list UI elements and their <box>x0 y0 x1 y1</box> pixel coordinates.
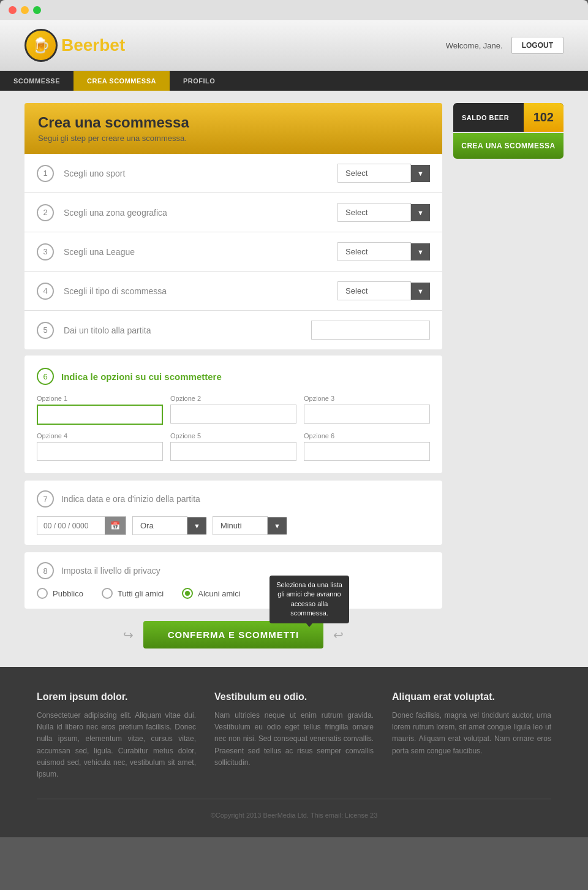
submit-area: ↪ CONFERMA E SCOMMETTI ↩ <box>24 621 442 648</box>
options-grid: Opzione 1 Opzione 2 Opzione 3 Opzione 4 … <box>37 395 430 461</box>
page-title: Crea una scommessa <box>38 114 429 131</box>
step-3-circle: 3 <box>37 243 54 261</box>
step-6-circle: 6 <box>37 368 54 385</box>
logo: 🍺 Beerbet <box>24 29 125 62</box>
footer-col-2-title: Vestibulum eu odio. <box>214 691 374 702</box>
submit-button[interactable]: CONFERMA E SCOMMETTI <box>143 621 323 648</box>
minuti-arrow: ▼ <box>268 517 287 534</box>
datetime-fields: 📅 Ora ▼ Minuti ▼ <box>37 516 430 535</box>
option-5-input[interactable] <box>170 442 296 461</box>
footer-col-3: Aliquam erat voluptat. Donec facilisis, … <box>392 691 551 780</box>
step-7-section: 7 Indica data e ora d'inizio della parti… <box>24 481 442 545</box>
option-1-group: Opzione 1 <box>37 395 163 425</box>
right-panel: SALDO BEER 102 CREA UNA SCOMMESSA <box>453 103 564 648</box>
step-2-select[interactable]: Select <box>337 203 411 222</box>
privacy-pubblico-radio <box>37 588 48 599</box>
chrome-maximize[interactable] <box>33 6 41 14</box>
ora-select[interactable]: Ora <box>132 516 187 535</box>
option-3-group: Opzione 3 <box>304 395 430 425</box>
step-2-circle: 2 <box>37 204 54 221</box>
privacy-alcuni-label: Alcuni amici <box>198 589 240 598</box>
privacy-pubblico[interactable]: Pubblico <box>37 588 83 599</box>
step-2-label: Scegli una zona geografica <box>64 208 328 218</box>
logout-button[interactable]: LOGOUT <box>511 37 564 54</box>
step-1-select-wrapper: Select ▼ <box>337 164 430 183</box>
step-6-section: 6 Indica le opzioni su cui scommettere O… <box>24 356 442 473</box>
chrome-close[interactable] <box>9 6 17 14</box>
footer-col-3-body: Donec facilisis, magna vel tincidunt auc… <box>392 710 551 757</box>
step-5-input[interactable] <box>311 321 430 340</box>
page-subtitle: Segui gli step per creare una scommessa. <box>38 134 429 143</box>
welcome-text: Welcome, Jane. <box>446 41 503 50</box>
privacy-tutti-radio <box>102 588 113 599</box>
main-container: Crea una scommessa Segui gli step per cr… <box>0 91 588 667</box>
date-input[interactable] <box>37 517 105 534</box>
step-1-section: 1 Scegli uno sport Select ▼ <box>24 154 442 193</box>
option-6-label: Opzione 6 <box>304 432 430 439</box>
privacy-alcuni[interactable]: Alcuni amici <box>182 588 240 599</box>
nav-profilo[interactable]: PROFILO <box>170 71 228 91</box>
ora-select-wrapper: Ora ▼ <box>132 516 206 535</box>
privacy-options: Pubblico Tutti gli amici Alcuni amici Se… <box>37 588 430 599</box>
header-right: Welcome, Jane. LOGOUT <box>446 37 564 54</box>
option-4-group: Opzione 4 <box>37 432 163 461</box>
step-1-select[interactable]: Select <box>337 164 411 183</box>
saldo-value: 102 <box>524 103 564 132</box>
footer-copyright: ©Copyright 2013 BeerMedia Ltd. This emai… <box>37 805 551 825</box>
arrow-left-decoration: ↪ <box>123 628 134 642</box>
step-5-section: 5 Dai un titolo alla partita <box>24 311 442 349</box>
step-4-circle: 4 <box>37 283 54 300</box>
step-7-label: Indica data e ora d'inizio della partita <box>61 494 430 504</box>
option-3-input[interactable] <box>304 405 430 424</box>
option-5-group: Opzione 5 <box>170 432 296 461</box>
step-4-arrow: ▼ <box>411 283 430 300</box>
step-2-select-wrapper: Select ▼ <box>337 203 430 222</box>
step-3-select[interactable]: Select <box>337 242 411 261</box>
footer-divider <box>37 799 551 799</box>
step-3-select-wrapper: Select ▼ <box>337 242 430 261</box>
calendar-icon[interactable]: 📅 <box>105 517 126 534</box>
step-8-circle: 8 <box>37 562 54 579</box>
step-6-label: Indica le opzioni su cui scommettere <box>61 371 430 382</box>
nav-scommesse[interactable]: SCOMMESSE <box>0 71 74 91</box>
step-6-header: 6 Indica le opzioni su cui scommettere <box>37 368 430 385</box>
option-4-label: Opzione 4 <box>37 432 163 439</box>
step-4-label: Scegli il tipo di scommessa <box>64 286 328 296</box>
form-wrapper: 1 Scegli uno sport Select ▼ 2 Scegli una… <box>24 154 442 349</box>
arrow-right-decoration: ↩ <box>333 628 344 642</box>
step-7-circle: 7 <box>37 490 54 508</box>
step-1-circle: 1 <box>37 165 54 182</box>
option-6-group: Opzione 6 <box>304 432 430 461</box>
privacy-alcuni-radio <box>182 588 193 599</box>
minuti-select[interactable]: Minuti <box>213 516 268 535</box>
minuti-select-wrapper: Minuti ▼ <box>213 516 287 535</box>
all-sections: 1 Scegli uno sport Select ▼ 2 Scegli una… <box>24 154 442 349</box>
privacy-tutti[interactable]: Tutti gli amici <box>102 588 164 599</box>
step-8-section: 8 Imposta il livello di privacy Pubblico… <box>24 552 442 609</box>
privacy-tooltip: Seleziona da una lista gli amici che avr… <box>270 576 349 623</box>
step-8-label: Imposta il livello di privacy <box>61 566 430 576</box>
crea-scommessa-button[interactable]: CREA UNA SCOMMESSA <box>453 133 564 159</box>
option-6-input[interactable] <box>304 442 430 461</box>
option-2-input[interactable] <box>170 405 296 424</box>
privacy-tutti-label: Tutti gli amici <box>118 589 164 598</box>
privacy-pubblico-label: Pubblico <box>53 589 83 598</box>
footer-col-1: Lorem ipsum dolor. Consectetuer adipisci… <box>37 691 196 780</box>
step-3-label: Scegli una League <box>64 247 328 257</box>
left-panel: Crea una scommessa Segui gli step per cr… <box>24 103 442 648</box>
page-header: Crea una scommessa Segui gli step per cr… <box>24 103 442 154</box>
step-5-label: Dai un titolo alla partita <box>64 325 301 335</box>
step-4-select[interactable]: Select <box>337 281 411 300</box>
footer-col-1-title: Lorem ipsum dolor. <box>37 691 196 702</box>
nav-crea-scommessa[interactable]: CREA SCOMMESSA <box>74 71 170 91</box>
step-1-arrow: ▼ <box>411 165 430 182</box>
footer-col-2: Vestibulum eu odio. Nam ultricies neque … <box>214 691 374 780</box>
chrome-minimize[interactable] <box>21 6 29 14</box>
option-4-input[interactable] <box>37 442 163 461</box>
header: 🍺 Beerbet Welcome, Jane. LOGOUT <box>0 20 588 71</box>
step-3-arrow: ▼ <box>411 243 430 261</box>
option-1-input[interactable] <box>37 405 163 425</box>
date-input-wrap: 📅 <box>37 516 126 535</box>
option-2-label: Opzione 2 <box>170 395 296 402</box>
logo-text: Beerbet <box>61 36 125 55</box>
